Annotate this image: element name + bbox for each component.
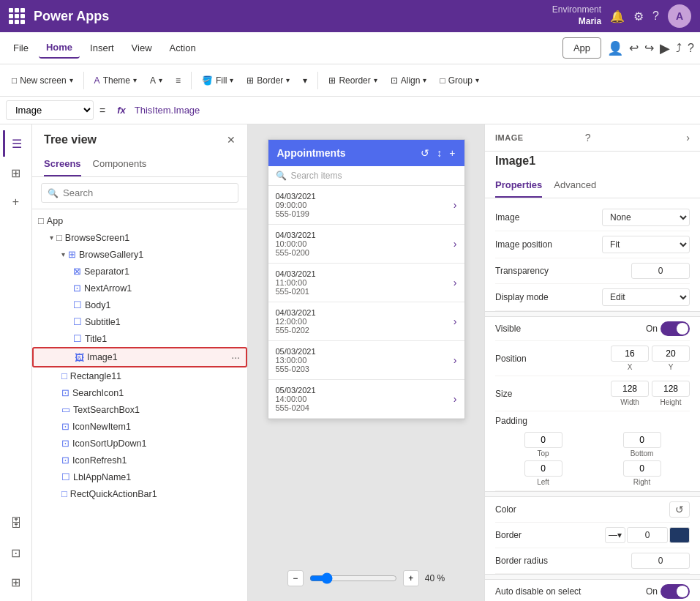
menu-view[interactable]: View: [124, 38, 159, 58]
help-icon[interactable]: ?: [652, 10, 659, 23]
formula-input[interactable]: [135, 105, 694, 116]
settings-icon[interactable]: ⚙: [633, 10, 644, 23]
person-icon[interactable]: 👤: [607, 40, 623, 56]
size-height-input[interactable]: [652, 381, 690, 397]
redo-icon[interactable]: ↪: [644, 41, 654, 55]
position-x-input[interactable]: [611, 346, 649, 362]
fill-button[interactable]: 🪣 Fill ▾: [196, 72, 239, 89]
tree-item-textsearchbox1[interactable]: ▭ TextSearchBox1: [32, 401, 247, 418]
color-picker-icon[interactable]: ↺: [669, 501, 690, 518]
notifications-icon[interactable]: 🔔: [610, 10, 625, 23]
zoom-slider[interactable]: [309, 572, 397, 584]
tree-item-nextarrow1[interactable]: ⊡ NextArrow1: [32, 280, 247, 296]
border-radius-input[interactable]: [631, 553, 690, 569]
tab-screens[interactable]: Screens: [44, 152, 81, 176]
menu-file[interactable]: File: [6, 38, 36, 58]
list-item-0[interactable]: 04/03/2021 09:00:00 555-0199 ›: [268, 186, 464, 225]
controls-icon[interactable]: ⊞: [3, 569, 29, 595]
tree-item-lblappname1[interactable]: ☐ LblAppName1: [32, 469, 247, 485]
refresh-app-icon[interactable]: ↺: [421, 147, 429, 159]
list-item-5[interactable]: 05/03/2021 14:00:00 555-0204 ›: [268, 380, 464, 419]
size-width-input[interactable]: [611, 381, 649, 397]
image-select[interactable]: None: [602, 209, 690, 226]
padding-right-input[interactable]: [623, 460, 661, 477]
display-mode-select[interactable]: Edit: [602, 288, 690, 306]
tree-item-subtitle1[interactable]: ☐ Subtitle1: [32, 313, 247, 330]
list-item-2[interactable]: 04/03/2021 11:00:00 555-0201 ›: [268, 264, 464, 302]
menu-insert[interactable]: Insert: [83, 38, 121, 58]
expand-props-button[interactable]: ›: [686, 132, 690, 143]
undo-icon[interactable]: ↩: [629, 41, 639, 55]
position-y-input[interactable]: [652, 346, 690, 362]
tree-item-body1[interactable]: ☐ Body1: [32, 296, 247, 313]
align-text-button[interactable]: ≡: [170, 72, 187, 89]
tree-item-searchicon1[interactable]: ⊡ SearchIcon1: [32, 384, 247, 401]
help-menu-icon[interactable]: ?: [688, 42, 694, 55]
add-app-icon[interactable]: +: [449, 147, 455, 159]
image-position-select[interactable]: Fit: [602, 236, 690, 253]
tree-item-title1[interactable]: ☐ Title1: [32, 330, 247, 347]
context-menu-icon[interactable]: ···: [231, 351, 240, 363]
new-screen-button[interactable]: □ New screen ▾: [6, 72, 79, 89]
border-style-button[interactable]: —▾: [605, 527, 625, 543]
tree-item-rectquickaction1[interactable]: □ RectQuickActionBar1: [32, 485, 247, 502]
position-y-label: Y: [669, 363, 674, 371]
border-value-input[interactable]: [627, 527, 668, 543]
dropdown-button[interactable]: ▾: [297, 72, 313, 89]
tree-item-iconrefresh1[interactable]: ⊡ IconRefresh1: [32, 452, 247, 469]
play-icon[interactable]: ▶: [660, 40, 670, 56]
data-icon[interactable]: 🗄: [3, 510, 29, 537]
list-item-1[interactable]: 04/03/2021 10:00:00 555-0200 ›: [268, 225, 464, 264]
tree-item-image1[interactable]: 🖼 Image1 ···: [32, 347, 247, 367]
tab-advanced[interactable]: Advanced: [554, 173, 596, 198]
auto-disable-toggle[interactable]: [661, 584, 690, 599]
border-color-swatch[interactable]: [669, 527, 690, 543]
text-format-button[interactable]: A ▾: [144, 72, 168, 89]
treeview-icon[interactable]: ☰: [3, 130, 29, 157]
element-selector[interactable]: Image: [6, 100, 94, 120]
zoom-out-button[interactable]: −: [287, 570, 304, 586]
tree-item-iconsortupdown1[interactable]: ⊡ IconSortUpDown1: [32, 435, 247, 452]
theme-button[interactable]: A Theme ▾: [89, 72, 143, 89]
search-input[interactable]: [63, 187, 232, 198]
group-button[interactable]: □ Group ▾: [434, 72, 485, 89]
item-text-3: 04/03/2021 12:00:00 555-0202: [276, 308, 454, 335]
sort-app-icon[interactable]: ↕: [437, 147, 442, 159]
list-item-3[interactable]: 04/03/2021 12:00:00 555-0202 ›: [268, 302, 464, 341]
tab-components[interactable]: Components: [93, 152, 147, 176]
nextarrow1-label: NextArrow1: [84, 283, 241, 294]
visible-toggle[interactable]: [661, 321, 690, 336]
transparency-input[interactable]: [631, 263, 690, 279]
help-circle-icon[interactable]: ?: [585, 132, 591, 143]
prop-visible: Visible On: [495, 317, 690, 341]
prop-size: Size Width Height: [495, 376, 690, 411]
tree-item-browsegallery[interactable]: ▾ ⊞ BrowseGallery1: [32, 246, 247, 263]
app-button[interactable]: App: [562, 37, 601, 59]
border-controls: —▾: [605, 527, 690, 543]
share-icon[interactable]: ⤴: [676, 42, 682, 55]
tab-properties[interactable]: Properties: [495, 173, 542, 198]
padding-bottom-input[interactable]: [623, 432, 661, 448]
canvas-controls: − + 40 %: [248, 570, 484, 586]
screens-icon[interactable]: ⊞: [3, 160, 29, 186]
tree-item-separator1[interactable]: ⊠ Separator1: [32, 263, 247, 280]
lbl-icon: ☐: [61, 471, 70, 482]
variables-icon[interactable]: ⊡: [3, 540, 29, 566]
waffle-icon[interactable]: [9, 8, 25, 24]
border-button[interactable]: ⊞ Border ▾: [241, 72, 296, 89]
close-tree-button[interactable]: ✕: [227, 134, 236, 146]
align-button[interactable]: ⊡ Align ▾: [385, 72, 433, 89]
menu-action[interactable]: Action: [162, 38, 203, 58]
tree-item-app[interactable]: □ App: [32, 212, 247, 229]
padding-top-input[interactable]: [524, 432, 562, 448]
tree-item-iconnewitem1[interactable]: ⊡ IconNewItem1: [32, 418, 247, 435]
avatar[interactable]: A: [668, 4, 691, 28]
zoom-in-button[interactable]: +: [403, 570, 419, 586]
menu-home[interactable]: Home: [39, 37, 80, 59]
list-item-4[interactable]: 05/03/2021 13:00:00 555-0203 ›: [268, 341, 464, 380]
plus-icon[interactable]: +: [3, 189, 29, 215]
reorder-button[interactable]: ⊞ Reorder ▾: [323, 72, 383, 89]
tree-item-browsescreen[interactable]: ▾ □ BrowseScreen1: [32, 229, 247, 246]
padding-left-input[interactable]: [524, 460, 562, 477]
tree-item-rectangle11[interactable]: □ Rectangle11: [32, 367, 247, 384]
